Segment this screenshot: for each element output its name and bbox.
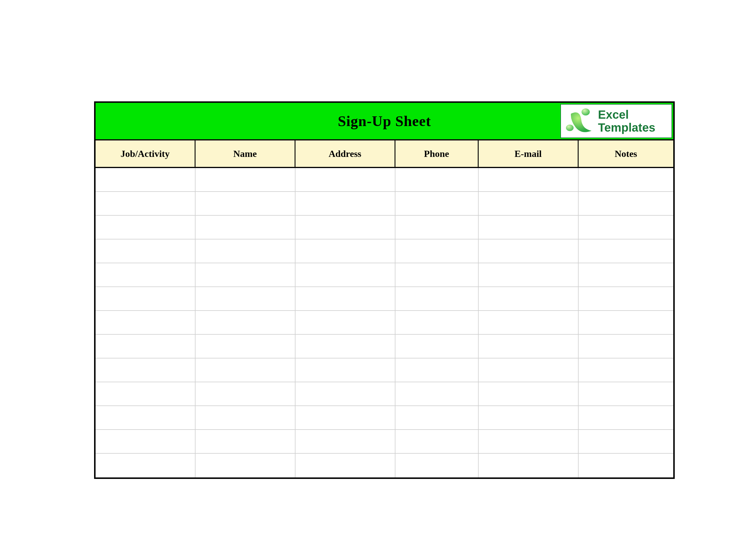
col-job-activity: Job/Activity — [96, 140, 195, 167]
logo-line1: Excel — [598, 108, 655, 121]
table-cell[interactable] — [295, 335, 396, 358]
table-cell[interactable] — [396, 168, 479, 191]
table-cell[interactable] — [396, 430, 479, 453]
col-name: Name — [195, 140, 295, 167]
table-cell[interactable] — [479, 287, 579, 310]
table-cell[interactable] — [579, 168, 673, 191]
table-cell[interactable] — [396, 192, 479, 215]
table-cell[interactable] — [295, 311, 396, 334]
table-row — [96, 406, 673, 430]
table-cell[interactable] — [479, 430, 579, 453]
table-row — [96, 358, 673, 382]
table-cell[interactable] — [396, 216, 479, 239]
table-cell[interactable] — [96, 192, 195, 215]
table-row — [96, 168, 673, 192]
table-cell[interactable] — [479, 311, 579, 334]
col-address: Address — [295, 140, 396, 167]
table-cell[interactable] — [479, 168, 579, 191]
table-cell[interactable] — [295, 263, 396, 286]
table-cell[interactable] — [195, 287, 295, 310]
table-cell[interactable] — [96, 311, 195, 334]
table-cell[interactable] — [579, 192, 673, 215]
logo-text: Excel Templates — [598, 108, 655, 134]
table-cell[interactable] — [96, 263, 195, 286]
table-cell[interactable] — [295, 239, 396, 263]
table-cell[interactable] — [579, 216, 673, 239]
table-row — [96, 382, 673, 406]
table-cell[interactable] — [579, 287, 673, 310]
table-cell[interactable] — [579, 239, 673, 263]
table-row — [96, 454, 673, 477]
table-cell[interactable] — [195, 311, 295, 334]
table-cell[interactable] — [479, 239, 579, 263]
table-cell[interactable] — [396, 406, 479, 429]
table-cell[interactable] — [96, 406, 195, 429]
table-cell[interactable] — [579, 263, 673, 286]
table-cell[interactable] — [96, 358, 195, 382]
table-row — [96, 287, 673, 311]
table-row — [96, 239, 673, 263]
table-cell[interactable] — [195, 358, 295, 382]
table-cell[interactable] — [295, 192, 396, 215]
logo-box: Excel Templates — [560, 104, 672, 138]
table-cell[interactable] — [479, 406, 579, 429]
table-cell[interactable] — [96, 454, 195, 477]
table-cell[interactable] — [579, 358, 673, 382]
table-cell[interactable] — [195, 382, 295, 405]
excel-templates-icon — [565, 108, 595, 134]
table-cell[interactable] — [396, 311, 479, 334]
table-cell[interactable] — [195, 335, 295, 358]
table-cell[interactable] — [479, 382, 579, 405]
table-cell[interactable] — [295, 430, 396, 453]
table-cell[interactable] — [479, 216, 579, 239]
table-cell[interactable] — [479, 454, 579, 477]
table-cell[interactable] — [396, 382, 479, 405]
table-cell[interactable] — [96, 216, 195, 239]
table-cell[interactable] — [295, 287, 396, 310]
col-phone: Phone — [396, 140, 479, 167]
table-cell[interactable] — [96, 287, 195, 310]
table-cell[interactable] — [195, 406, 295, 429]
table-cell[interactable] — [396, 239, 479, 263]
table-cell[interactable] — [579, 311, 673, 334]
table-cell[interactable] — [295, 382, 396, 405]
table-cell[interactable] — [195, 192, 295, 215]
table-cell[interactable] — [396, 358, 479, 382]
title-bar: Sign-Up Sheet — [96, 103, 673, 140]
table-cell[interactable] — [96, 382, 195, 405]
table-cell[interactable] — [195, 216, 295, 239]
table-cell[interactable] — [96, 239, 195, 263]
table-cell[interactable] — [295, 406, 396, 429]
table-cell[interactable] — [96, 335, 195, 358]
table-cell[interactable] — [479, 335, 579, 358]
table-cell[interactable] — [479, 358, 579, 382]
table-cell[interactable] — [195, 430, 295, 453]
col-notes: Notes — [579, 140, 673, 167]
table-row — [96, 192, 673, 216]
col-email: E-mail — [479, 140, 579, 167]
table-cell[interactable] — [579, 454, 673, 477]
signup-sheet: Sign-Up Sheet — [94, 101, 675, 479]
table-cell[interactable] — [396, 454, 479, 477]
table-cell[interactable] — [295, 358, 396, 382]
table-cell[interactable] — [579, 406, 673, 429]
table-cell[interactable] — [479, 263, 579, 286]
table-cell[interactable] — [195, 239, 295, 263]
table-cell[interactable] — [396, 335, 479, 358]
table-row — [96, 216, 673, 239]
table-cell[interactable] — [579, 382, 673, 405]
table-cell[interactable] — [396, 287, 479, 310]
table-cell[interactable] — [579, 430, 673, 453]
table-cell[interactable] — [396, 263, 479, 286]
table-cell[interactable] — [195, 454, 295, 477]
table-cell[interactable] — [579, 335, 673, 358]
table-cell[interactable] — [295, 168, 396, 191]
table-cell[interactable] — [295, 216, 396, 239]
table-cell[interactable] — [195, 263, 295, 286]
table-cell[interactable] — [295, 454, 396, 477]
table-cell[interactable] — [96, 430, 195, 453]
table-cell[interactable] — [479, 192, 579, 215]
table-cell[interactable] — [96, 168, 195, 191]
table-row — [96, 335, 673, 358]
table-cell[interactable] — [195, 168, 295, 191]
